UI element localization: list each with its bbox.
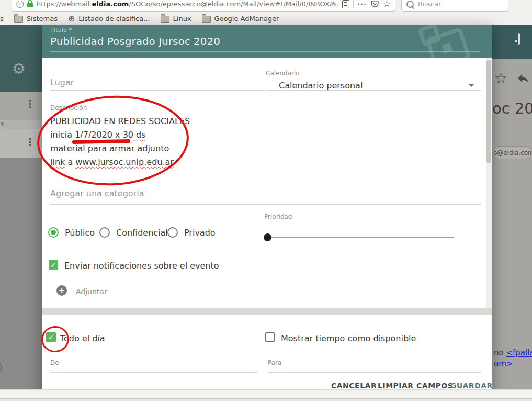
window-edge — [0, 398, 532, 401]
save-button[interactable]: GUARDAR — [450, 382, 493, 390]
background-sidebar-toolbar: ⚙ — [0, 25, 42, 92]
from-label: De — [50, 359, 59, 366]
priority-label: Prioridad — [264, 213, 292, 220]
from-underline — [50, 372, 257, 373]
background-mail-row: ⋮ — [0, 92, 42, 120]
search-bar[interactable]: Buscar — [401, 0, 508, 12]
background-quoted-links: no <fpallad om> — [494, 348, 532, 370]
background-message-view: ☆ oc 2020 o@eldia.com no <fpallad om> — [492, 59, 532, 390]
show-time-checkbox[interactable] — [265, 332, 275, 342]
plus-icon[interactable]: + — [56, 285, 67, 296]
calendar-select[interactable]: Calendario personal — [279, 81, 363, 91]
star-icon: ☆ — [494, 71, 507, 86]
bookmark-admanager[interactable]: Google AdManager — [202, 15, 279, 23]
bookmark-fragment[interactable]: s — [0, 15, 4, 23]
folder-icon — [14, 16, 23, 23]
category-underline — [50, 204, 481, 205]
bookmark-label: Listado de clasifica... — [78, 15, 150, 23]
location-underline — [50, 90, 265, 91]
notify-label[interactable]: Enviar notificaciones sobre el evento — [64, 261, 219, 271]
background-message-toolbar — [492, 25, 532, 59]
bookmarks-bar: s Sistemas ⊕ Listado de clasifica... Lin… — [0, 13, 279, 24]
lock-watermark-icon — [417, 25, 471, 58]
url-text[interactable]: https://webmail.eldia.com/SOGo/so/epress… — [37, 0, 338, 8]
background-text-fragment: ) — [0, 362, 3, 373]
bookmark-sistemas[interactable]: Sistemas — [14, 15, 58, 23]
background-mail-list: ) — [0, 158, 42, 390]
screen: ⓘ https://webmail.eldia.com/SOGo/so/epre… — [0, 0, 532, 401]
url-prefix: https://webmail. — [37, 0, 92, 8]
quoted-text: no — [494, 348, 506, 358]
folder-icon — [202, 16, 211, 23]
chevron-down-icon[interactable] — [469, 84, 474, 87]
bookmark-listado[interactable]: ⊕ Listado de clasifica... — [68, 15, 150, 23]
calendar-label: Calendario — [266, 70, 300, 77]
dialog-scrollbar-thumb[interactable] — [486, 60, 491, 163]
bookmark-linux[interactable]: Linux — [161, 15, 191, 23]
show-time-label[interactable]: Mostrar tiempo como disponible — [281, 333, 416, 343]
background-mail-row-selected: ⋮ — [0, 129, 42, 158]
search-icon — [406, 1, 414, 8]
globe-icon: ⊕ — [68, 15, 75, 23]
email-link[interactable]: <fpallad — [506, 348, 532, 358]
notify-checkbox[interactable]: ✓ — [49, 260, 58, 270]
email-chip-text: o@eldia.com — [493, 149, 532, 157]
to-underline — [268, 372, 481, 373]
url-path: /SOGo/so/epressacco@eldia.com/Mail/view#… — [129, 0, 338, 8]
location-input[interactable]: Lugar — [50, 77, 74, 87]
priority-slider-track[interactable] — [267, 237, 454, 238]
bookmark-label: Sistemas — [27, 15, 58, 23]
url-bar[interactable]: ⓘ https://webmail.eldia.com/SOGo/so/epre… — [12, 0, 395, 12]
radio-confidencial-label[interactable]: Confidencial — [116, 228, 168, 238]
radio-publico[interactable] — [48, 227, 59, 238]
clear-fields-button[interactable]: LIMPIAR CAMPOS — [378, 382, 453, 390]
kebab-menu-icon: ⋮ — [25, 137, 35, 147]
background-subject-fragment: oc 2020 — [492, 99, 532, 117]
cancel-button[interactable]: CANCELAR — [331, 382, 377, 390]
pocket-icon[interactable] — [370, 0, 379, 8]
priority-slider-thumb[interactable] — [264, 233, 271, 241]
title-underline — [50, 51, 480, 52]
radio-confidencial[interactable] — [99, 227, 110, 238]
window-bottom-strip — [0, 389, 532, 401]
reply-icon — [516, 72, 530, 86]
bookmark-label: Linux — [173, 15, 191, 23]
title-input[interactable]: Publicidad Posgrado Jursoc 2020 — [50, 35, 220, 48]
to-label: Para — [268, 359, 281, 366]
url-domain: eldia.com — [92, 0, 129, 8]
radio-publico-label[interactable]: Público — [65, 228, 95, 238]
folder-icon — [161, 16, 169, 23]
kebab-menu-icon: ⋮ — [25, 99, 35, 109]
search-placeholder: Buscar — [418, 0, 441, 8]
browser-toolbar: ⓘ https://webmail.eldia.com/SOGo/so/epre… — [0, 0, 532, 25]
info-icon[interactable]: ⓘ — [16, 1, 24, 8]
divider — [353, 0, 354, 8]
gear-icon: ⚙ — [12, 61, 26, 76]
background-text-fragment: s — [1, 120, 4, 128]
padlock-icon — [27, 3, 33, 7]
radio-privado[interactable] — [167, 227, 178, 238]
bookmark-star-icon[interactable]: ☆ — [383, 0, 391, 8]
page-actions-icon[interactable]: ⋯ — [357, 0, 367, 8]
reader-mode-icon[interactable] — [342, 0, 349, 8]
background-email-chip: o@eldia.com — [492, 146, 532, 159]
calendar-underline — [266, 90, 481, 91]
calendar-icon — [518, 33, 520, 45]
category-input[interactable]: Agregar una categoría — [50, 188, 144, 198]
title-label: Título * — [50, 27, 72, 34]
radio-privado-label[interactable]: Privado — [184, 228, 216, 238]
attach-button[interactable]: Adjuntar — [76, 287, 107, 296]
background-mail-strip: s — [0, 120, 42, 129]
bookmark-label: Google AdManager — [214, 15, 279, 23]
section-divider — [42, 308, 492, 315]
email-link[interactable]: om> — [494, 359, 513, 369]
